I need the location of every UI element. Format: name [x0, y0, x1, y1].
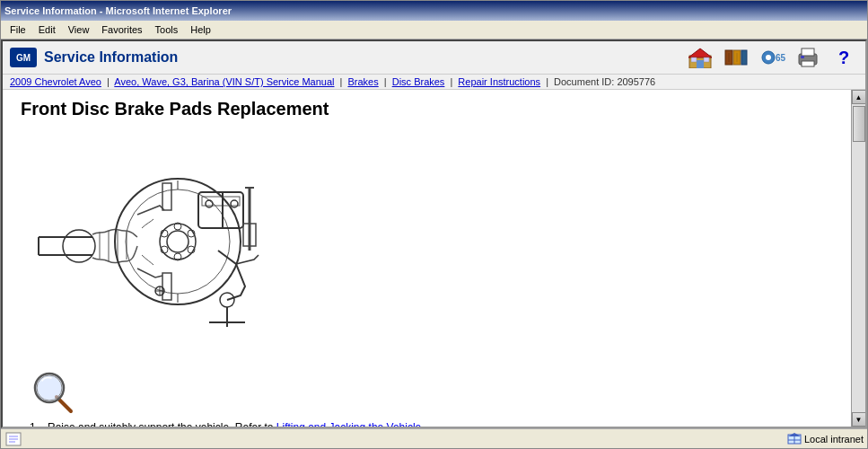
page-title: Front Disc Brake Pads Replacement	[21, 99, 833, 123]
step-1-text: Raise and suitably support the vehicle. …	[48, 421, 425, 427]
menu-edit[interactable]: Edit	[33, 23, 61, 36]
help-question-mark: ?	[838, 48, 849, 68]
svg-rect-14	[802, 48, 814, 56]
help-icon-btn[interactable]: ?	[829, 45, 858, 70]
svg-rect-17	[30, 134, 272, 349]
books-icon-btn[interactable]	[722, 45, 750, 70]
breadcrumb-sep-1: |	[107, 76, 110, 87]
brake-diagram	[30, 134, 272, 349]
page-icon	[4, 431, 22, 447]
svg-point-11	[766, 55, 771, 60]
intranet-icon	[787, 432, 802, 446]
intranet-label: Local intranet	[804, 434, 864, 445]
doc-id-value: 2095776	[617, 76, 655, 87]
title-bar: Service Information - Microsoft Internet…	[1, 1, 867, 21]
svg-rect-4	[704, 57, 709, 62]
lifting-jacking-link[interactable]: Lifting and Jacking the Vehicle	[276, 421, 421, 427]
content-area: GM Service Information	[1, 40, 867, 428]
toolbar: File Edit View Favorites Tools Help	[1, 21, 867, 40]
svg-rect-16	[801, 56, 804, 58]
svg-rect-2	[697, 60, 704, 68]
status-bar: Local intranet	[1, 428, 867, 448]
page-content: Front Disc Brake Pads Replacement	[3, 90, 851, 427]
service-page: GM Service Information	[1, 40, 867, 428]
menu-view[interactable]: View	[63, 23, 95, 36]
settings-icon-btn[interactable]: 65	[758, 45, 786, 70]
title-bar-text: Service Information - Microsoft Internet…	[4, 5, 232, 16]
breadcrumb-bar: 2009 Chevrolet Aveo | Aveo, Wave, G3, Ba…	[3, 75, 865, 90]
brake-assembly-svg	[30, 134, 272, 349]
svg-point-56	[37, 375, 62, 401]
svg-rect-15	[802, 61, 814, 66]
breadcrumb-sep-4: |	[450, 76, 452, 87]
menu-help[interactable]: Help	[185, 23, 216, 36]
menu-bar: File Edit View Favorites Tools Help	[4, 22, 864, 37]
menu-file[interactable]: File	[4, 23, 31, 36]
breadcrumb-aveo[interactable]: 2009 Chevrolet Aveo	[10, 76, 101, 87]
books-icon	[723, 47, 749, 68]
step-1-text-after: .	[421, 421, 424, 427]
scroll-down-btn[interactable]: ▼	[852, 412, 866, 427]
breadcrumb-brakes[interactable]: Brakes	[347, 76, 378, 87]
home-icon-btn[interactable]	[686, 45, 715, 70]
svg-rect-7	[741, 50, 747, 65]
menu-favorites[interactable]: Favorites	[96, 23, 147, 36]
service-header: GM Service Information	[3, 41, 865, 75]
step-1-number: 1.	[30, 421, 48, 427]
header-icons: 65 ?	[686, 45, 858, 70]
breadcrumb-sep-2: |	[340, 76, 343, 87]
svg-rect-3	[691, 57, 697, 62]
scroll-thumb[interactable]	[853, 106, 865, 142]
status-intranet: Local intranet	[787, 432, 864, 446]
breadcrumb-sep-3: |	[384, 76, 387, 87]
zoom-icon-area	[21, 363, 833, 421]
service-title: Service Information	[44, 49, 178, 66]
svg-text:65: 65	[776, 53, 786, 63]
print-icon	[795, 47, 820, 68]
status-icon-area	[4, 431, 26, 447]
scroll-up-btn[interactable]: ▲	[852, 90, 866, 104]
doc-id-label: Document ID:	[554, 76, 614, 87]
magnify-icon	[31, 370, 76, 415]
breadcrumb-sep-5: |	[546, 76, 548, 87]
scrollbar[interactable]: ▲ ▼	[851, 90, 865, 427]
logo-area: GM Service Information	[10, 48, 178, 67]
svg-marker-1	[688, 48, 712, 57]
breadcrumb-repair-instructions[interactable]: Repair Instructions	[458, 76, 540, 87]
print-icon-btn[interactable]	[793, 45, 822, 70]
menu-tools[interactable]: Tools	[150, 23, 184, 36]
page-body: Front Disc Brake Pads Replacement	[3, 90, 865, 427]
instructions-list: 1. Raise and suitably support the vehicl…	[21, 421, 833, 427]
settings-icon: 65	[758, 47, 786, 68]
breadcrumb-service-manual[interactable]: Aveo, Wave, G3, Barina (VIN S/T) Service…	[114, 76, 334, 87]
home-icon	[688, 47, 713, 68]
step-1-text-before: Raise and suitably support the vehicle. …	[48, 421, 276, 427]
breadcrumb-disc-brakes[interactable]: Disc Brakes	[392, 76, 445, 87]
gm-logo: GM	[10, 48, 37, 67]
